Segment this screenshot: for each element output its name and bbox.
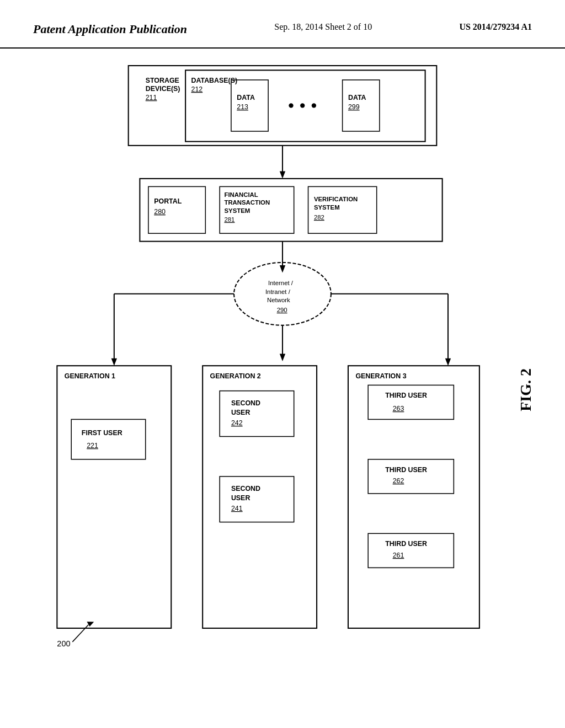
seconduser242-num: 242 (231, 419, 243, 427)
database-num: 212 (191, 85, 202, 93)
publication-label: Patent Application Publication (33, 22, 187, 36)
firstuser-num: 221 (87, 442, 98, 449)
firstuser-box (71, 419, 145, 459)
data299-num: 299 (348, 103, 360, 111)
gen1-label: GENERATION 1 (65, 372, 115, 380)
thirduser263-label: THIRD USER (385, 392, 427, 399)
gen2-label: GENERATION 2 (210, 372, 261, 380)
dot3 (312, 103, 316, 108)
diagram-area: STORAGE DEVICE(S) 211 DATABASE(S) 212 DA… (0, 49, 565, 710)
network-num: 290 (277, 307, 287, 313)
database-label: DATABASE(S) (191, 77, 237, 84)
thirduser261-num: 261 (393, 552, 404, 559)
arrow-network-gen1-head (111, 358, 117, 366)
data299-label: DATA (348, 94, 366, 101)
thirduser261-box (368, 533, 454, 568)
financial-label3: SYSTEM (224, 207, 250, 214)
seconduser241-label2: USER (231, 494, 250, 502)
arrow-storage-portal-head (280, 171, 285, 178)
patent-number: US 2014/279234 A1 (459, 22, 532, 32)
arrow-network-gen-head (280, 354, 285, 361)
financial-label1: FINANCIAL (224, 191, 258, 198)
financial-num: 281 (224, 216, 234, 223)
dot1 (289, 103, 293, 108)
data213-label: DATA (237, 94, 255, 101)
arrow-portal-network-head (280, 265, 285, 272)
thirduser261-label: THIRD USER (385, 540, 427, 548)
diagram-svg: STORAGE DEVICE(S) 211 DATABASE(S) 212 DA… (0, 49, 565, 710)
verification-label1: VERIFICATION (314, 196, 358, 202)
thirduser262-box (368, 459, 454, 494)
network-label3: Network (267, 297, 290, 303)
storage-num: 211 (146, 94, 157, 101)
diagram-num-label: 200 (57, 639, 70, 648)
thirduser262-num: 262 (393, 477, 404, 485)
fig-label: FIG. 2 (517, 368, 535, 411)
seconduser242-label1: SECOND (231, 399, 260, 407)
portal-num: 280 (154, 208, 166, 216)
storage-label: STORAGE (146, 77, 179, 84)
seconduser241-label1: SECOND (231, 485, 260, 493)
thirduser263-box (368, 385, 454, 419)
thirduser262-label: THIRD USER (385, 466, 427, 474)
pf-outer-box (140, 179, 442, 242)
gen3-label: GENERATION 3 (355, 372, 406, 380)
thirduser263-num: 263 (393, 405, 404, 413)
dot2 (300, 103, 305, 108)
financial-label2: TRANSACTION (224, 199, 270, 206)
network-label2: Intranet / (265, 288, 291, 295)
diagram-num-arrow (72, 625, 88, 642)
network-label1: Internet / (268, 280, 294, 286)
arrow-network-gen3-head (445, 358, 451, 366)
data213-num: 213 (237, 103, 248, 111)
firstuser-label: FIRST USER (82, 429, 122, 437)
sheet-label: Sep. 18, 2014 Sheet 2 of 10 (274, 22, 372, 32)
storage-label2: DEVICE(S) (146, 85, 180, 93)
seconduser241-num: 241 (231, 505, 243, 512)
portal-label: PORTAL (154, 197, 182, 205)
verification-label2: SYSTEM (314, 204, 340, 211)
verification-num: 282 (314, 214, 324, 221)
page-header: Patent Application Publication Sep. 18, … (0, 0, 565, 49)
seconduser242-label2: USER (231, 409, 250, 416)
gen1-box (57, 366, 171, 628)
